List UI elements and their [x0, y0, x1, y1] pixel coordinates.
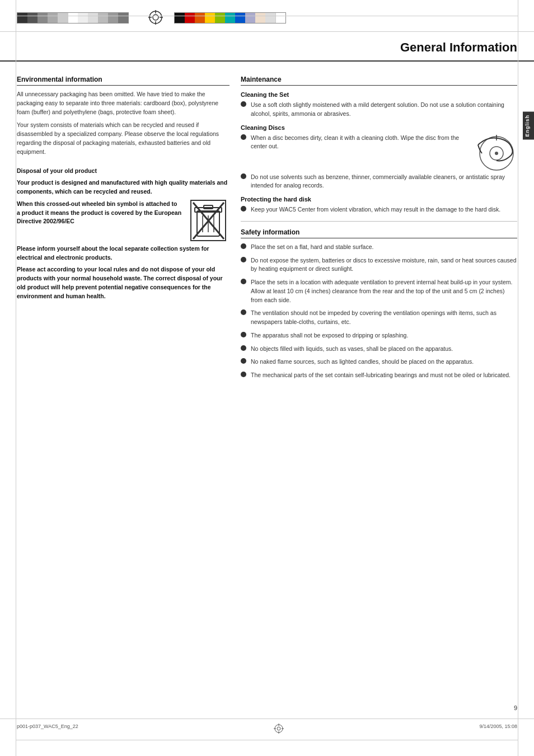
color-block [88, 13, 98, 23]
cleaning-set-bullet: Use a soft cloth slightly moistened with… [241, 101, 517, 119]
bottom-border [16, 740, 518, 740]
footer-left: p001-p037_WAC5_Eng_22 [17, 724, 78, 735]
protecting-hd-bullet: Keep your WAC5 Center from violent vibra… [241, 205, 517, 214]
footer-center [274, 724, 284, 735]
bullet-dot [241, 257, 246, 262]
safety-bullet-text: Place the set on a flat, hard and stable… [251, 243, 517, 252]
disc-image [475, 134, 517, 173]
page-number: 9 [514, 705, 517, 711]
color-strip-right [174, 12, 286, 24]
safety-bullet-item: Place the set on a flat, hard and stable… [241, 243, 517, 252]
right-border [518, 0, 518, 756]
color-block [17, 13, 27, 23]
color-block [38, 13, 48, 23]
cleaning-set-text: Use a soft cloth slightly moistened with… [251, 101, 517, 119]
disposal-text-left: When this crossed-out wheeled bin symbol… [17, 200, 182, 229]
footer-target-icon [274, 724, 284, 734]
color-block [265, 13, 275, 23]
safety-bullet-text: The mechanical parts of the set contain … [251, 371, 517, 380]
cleaning-disc-text1: When a disc becomes dirty, clean it with… [251, 134, 471, 152]
svg-point-19 [275, 725, 283, 732]
left-border [16, 0, 16, 756]
bullet-dot [241, 134, 246, 140]
color-block [108, 13, 118, 23]
color-block [215, 13, 225, 23]
bullet-dot [241, 279, 246, 284]
safety-heading: Safety information [241, 228, 517, 238]
bullet-dot [241, 243, 246, 249]
svg-point-17 [495, 152, 498, 155]
cleaning-discs-text: When a disc becomes dirty, clean it with… [241, 134, 471, 156]
cleaning-disc-text2: Do not use solvents such as benzene, thi… [251, 173, 517, 191]
color-block [225, 13, 235, 23]
bullet-dot [241, 345, 246, 351]
safety-bullets-container: Place the set on a flat, hard and stable… [241, 243, 517, 380]
safety-bullet-item: The apparatus shall not be exposed to dr… [241, 331, 517, 340]
right-column: Maintenance Cleaning the Set Use a soft … [241, 76, 517, 384]
maintenance-section: Maintenance Cleaning the Set Use a soft … [241, 76, 517, 214]
disposal-bold3: Please inform yourself about the local s… [17, 245, 229, 262]
environmental-heading: Environmental information [17, 76, 229, 86]
cleaning-disc-bullet2: Do not use solvents such as benzene, thi… [241, 173, 517, 191]
safety-section: Safety information Place the set on a fl… [241, 228, 517, 380]
page-wrapper: General Information English Environmenta… [0, 0, 534, 756]
center-target-icon [148, 10, 163, 26]
color-block [98, 13, 108, 23]
color-block [175, 13, 185, 23]
safety-bullet-text: The apparatus shall not be exposed to dr… [251, 331, 517, 340]
bullet-dot [241, 332, 246, 337]
crossed-bin-icon [190, 200, 227, 242]
environmental-para1: All unnecessary packaging has been omitt… [17, 90, 229, 116]
safety-bullet-item: Place the sets in a location with adequa… [241, 278, 517, 304]
color-block [118, 13, 128, 23]
safety-bullet-item: The ventilation should not be impeded by… [241, 309, 517, 327]
color-block [48, 13, 58, 23]
safety-bullet-item: Do not expose the system, batteries or d… [241, 256, 517, 274]
color-block [275, 13, 285, 23]
environmental-section: Environmental information All unnecessar… [17, 76, 229, 156]
bullet-dot [241, 101, 246, 107]
top-border [16, 16, 518, 16]
disposal-section: Disposal of your old product Your produc… [17, 167, 229, 300]
target-icon [148, 10, 163, 25]
footer: p001-p037_WAC5_Eng_22 9/14/2005, 15:08 [0, 719, 534, 739]
bullet-dot [241, 173, 246, 179]
page-title-area: General Information [0, 32, 534, 62]
main-content: Environmental information All unnecessar… [0, 70, 534, 396]
safety-bullet-text: Place the sets in a location with adequa… [251, 278, 517, 304]
protecting-hd-subheading: Protecting the hard disk [241, 196, 517, 203]
protecting-hd-text: Keep your WAC5 Center from violent vibra… [251, 205, 517, 214]
left-column: Environmental information All unnecessar… [17, 76, 229, 384]
bullet-dot [241, 309, 246, 315]
color-block [195, 13, 205, 23]
cleaning-discs-area: When a disc becomes dirty, clean it with… [241, 134, 517, 173]
color-block [185, 13, 195, 23]
safety-bullet-item: No objects filled with liquids, such as … [241, 345, 517, 354]
bullet-dot [241, 372, 246, 377]
disposal-bold2: When this crossed-out wheeled bin symbol… [17, 200, 182, 226]
disposal-with-image: When this crossed-out wheeled bin symbol… [17, 200, 229, 245]
color-block [58, 13, 68, 23]
disposal-bold1: Your product is designed and manufacture… [17, 179, 229, 196]
safety-bullet-text: No naked flame sources, such as lighted … [251, 358, 517, 367]
bullet-dot [241, 358, 246, 364]
bullet-dot [241, 206, 246, 212]
footer-right: 9/14/2005, 15:08 [479, 724, 517, 735]
safety-bullet-item: The mechanical parts of the set contain … [241, 371, 517, 380]
svg-point-20 [277, 727, 280, 730]
color-block [255, 13, 265, 23]
disposal-bold4: Please act according to your local rules… [17, 265, 229, 300]
color-block [68, 13, 78, 23]
color-block [245, 13, 255, 23]
cleaning-discs-subheading: Cleaning Discs [241, 124, 517, 131]
color-block [78, 13, 88, 23]
cleaning-disc-bullet1: When a disc becomes dirty, clean it with… [241, 134, 471, 152]
safety-bullet-text: The ventilation should not be impeded by… [251, 309, 517, 327]
color-strip-left [17, 12, 129, 24]
cleaning-set-subheading: Cleaning the Set [241, 91, 517, 98]
safety-bullet-text: No objects filled with liquids, such as … [251, 345, 517, 354]
color-block [235, 13, 245, 23]
disposal-heading: Disposal of your old product [17, 167, 229, 174]
color-block [27, 13, 38, 23]
color-block [205, 13, 215, 23]
